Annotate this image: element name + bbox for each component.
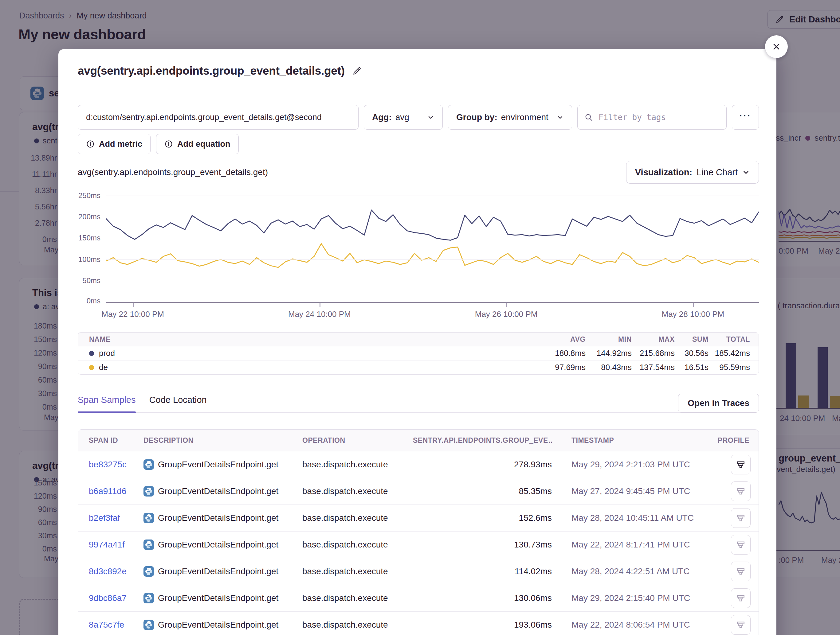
series-sum: 16.51s [675, 362, 709, 372]
description-cell: GroupEventDetailsEndpoint.get [144, 539, 302, 550]
visualization-value: Line Chart [696, 167, 738, 178]
series-total: 185.42ms [709, 348, 750, 358]
chevron-down-icon [556, 113, 564, 121]
table-row: 9dbc86a7 GroupEventDetailsEndpoint.get b… [78, 585, 759, 611]
profile-button[interactable] [731, 588, 751, 608]
samples-col-operation: OPERATION [302, 436, 413, 444]
samples-col-timestamp: TIMESTAMP [552, 436, 704, 444]
open-in-traces-button[interactable]: Open in Traces [678, 394, 759, 413]
operation-cell: base.dispatch.execute [302, 593, 413, 603]
summary-col-min: MIN [586, 335, 632, 343]
span-id-link[interactable]: b6a911d6 [89, 486, 144, 496]
add-metric-button[interactable]: Add metric [78, 134, 150, 154]
span-samples-table: SPAN ID DESCRIPTION OPERATION SENTRY.API… [78, 429, 759, 635]
duration-cell: 193.06ms [413, 620, 552, 630]
profile-flamegraph-icon [736, 540, 745, 549]
chevron-down-icon [427, 113, 434, 121]
series-dot [89, 351, 94, 356]
timestamp-cell: May 29, 2024 2:15:40 PM UTC [552, 593, 704, 603]
tab-span-samples[interactable]: Span Samples [78, 395, 136, 412]
python-icon [144, 486, 154, 496]
add-equation-label: Add equation [177, 139, 230, 149]
plus-circle-icon [164, 140, 173, 148]
operation-cell: base.dispatch.execute [302, 567, 413, 576]
span-id-link[interactable]: be83275c [89, 460, 144, 470]
add-equation-button[interactable]: Add equation [156, 134, 238, 154]
add-metric-label: Add metric [99, 139, 142, 149]
samples-col-metric: SENTRY.API.ENDPOINTS.GROUP_EVE… [413, 436, 552, 444]
visualization-select[interactable]: Visualization: Line Chart [626, 161, 759, 184]
span-id-link[interactable]: 8d3c892e [89, 567, 144, 576]
operation-cell: base.dispatch.execute [302, 620, 413, 630]
description-cell: GroupEventDetailsEndpoint.get [144, 513, 302, 523]
visualization-label: Visualization: [635, 167, 692, 178]
metric-details-modal: avg(sentry.api.endpoints.group_event_det… [58, 49, 777, 635]
series-sum: 30.56s [675, 348, 709, 358]
summary-table: NAME AVG MIN MAX SUM TOTAL prod 180.8ms … [78, 332, 759, 375]
profile-button[interactable] [731, 482, 751, 501]
description-text: GroupEventDetailsEndpoint.get [158, 593, 278, 603]
pencil-icon [352, 66, 362, 76]
group-by-label: Group by: [456, 112, 497, 122]
duration-cell: 278.93ms [413, 460, 552, 470]
table-row: be83275c GroupEventDetailsEndpoint.get b… [78, 451, 759, 478]
tab-bar: Span Samples Code Location [78, 395, 723, 413]
table-row: b6a911d6 GroupEventDetailsEndpoint.get b… [78, 478, 759, 504]
samples-col-description: DESCRIPTION [144, 436, 302, 444]
profile-button[interactable] [731, 615, 751, 635]
series-min: 144.92ms [586, 348, 632, 358]
duration-cell: 130.73ms [413, 540, 552, 550]
profile-flamegraph-icon [736, 460, 745, 469]
line-chart: 250ms200ms150ms100ms50ms0ms May 22 10:00… [78, 195, 759, 324]
timestamp-cell: May 28, 2024 4:22:51 AM UTC [552, 567, 704, 576]
span-id-link[interactable]: 8a75c7fe [89, 620, 144, 630]
description-text: GroupEventDetailsEndpoint.get [158, 513, 278, 523]
python-icon [144, 620, 154, 630]
table-row: 8d3c892e GroupEventDetailsEndpoint.get b… [78, 558, 759, 585]
more-options-button[interactable]: ··· [732, 105, 759, 129]
span-id-link[interactable]: 9dbc86a7 [89, 593, 144, 603]
group-by-select[interactable]: Group by:environment [448, 105, 572, 129]
tag-filter-container [577, 105, 726, 129]
span-id-link[interactable]: b2ef3faf [89, 513, 144, 523]
group-by-value: environment [501, 112, 548, 122]
tab-code-location[interactable]: Code Location [149, 395, 207, 412]
timestamp-cell: May 22, 2024 8:17:41 PM UTC [552, 540, 704, 550]
summary-col-name: NAME [89, 335, 527, 343]
profile-button[interactable] [731, 535, 751, 555]
summary-col-avg: AVG [527, 335, 586, 343]
description-text: GroupEventDetailsEndpoint.get [158, 540, 278, 550]
chart-plot-area [106, 195, 759, 303]
description-cell: GroupEventDetailsEndpoint.get [144, 593, 302, 603]
profile-button[interactable] [731, 455, 751, 474]
metric-query-input[interactable] [78, 105, 358, 129]
search-icon [584, 113, 593, 121]
series-name: de [99, 362, 108, 372]
summary-table-header: NAME AVG MIN MAX SUM TOTAL [78, 332, 759, 347]
aggregate-select[interactable]: Agg:avg [364, 105, 443, 129]
x-axis-ticks [106, 303, 759, 308]
python-icon [144, 513, 154, 523]
description-text: GroupEventDetailsEndpoint.get [158, 460, 278, 470]
operation-cell: base.dispatch.execute [302, 486, 413, 496]
span-id-link[interactable]: 9974a41f [89, 540, 144, 550]
modal-title: avg(sentry.api.endpoints.group_event_det… [78, 65, 345, 77]
operation-cell: base.dispatch.execute [302, 513, 413, 523]
timestamp-cell: May 27, 2024 9:45:45 PM UTC [552, 486, 704, 496]
description-cell: GroupEventDetailsEndpoint.get [144, 486, 302, 496]
python-icon [144, 539, 154, 550]
profile-button[interactable] [731, 508, 751, 528]
profile-button[interactable] [731, 562, 751, 581]
operation-cell: base.dispatch.execute [302, 460, 413, 470]
series-dot [89, 365, 94, 370]
tag-filter-input[interactable] [598, 112, 720, 122]
duration-cell: 114.02ms [413, 567, 552, 576]
edit-title-button[interactable] [352, 66, 362, 76]
python-icon [144, 459, 154, 470]
duration-cell: 130.06ms [413, 593, 552, 603]
summary-row: prod 180.8ms 144.92ms 215.68ms 30.56s 18… [78, 347, 759, 360]
profile-flamegraph-icon [736, 621, 745, 629]
series-min: 80.43ms [586, 362, 632, 372]
close-modal-button[interactable] [765, 35, 788, 58]
x-axis-labels: May 22 10:00 PMMay 24 10:00 PMMay 26 10:… [106, 309, 759, 324]
